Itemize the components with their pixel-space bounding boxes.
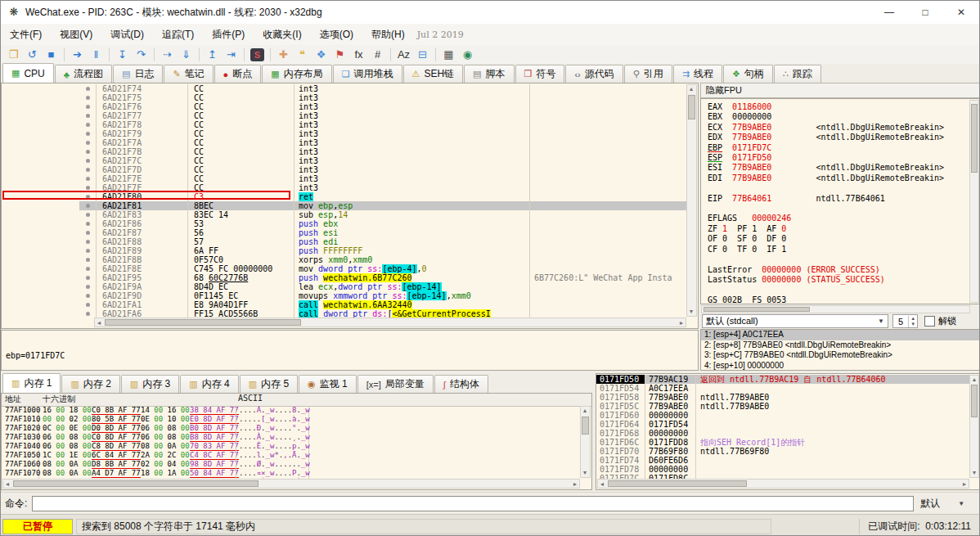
breakpoint-gutter[interactable] xyxy=(79,219,97,228)
stack-row[interactable]: 0171FD74D60FE6D6 xyxy=(596,456,969,465)
arg-count-stepper[interactable]: 5 ▲▼ xyxy=(892,314,918,328)
disasm-row[interactable]: 6AD21F79CCint3 xyxy=(79,129,686,138)
register-line[interactable] xyxy=(708,254,969,264)
memory-row[interactable]: 77AF103006 00 08 00C0 8D AF 7706 00 08 0… xyxy=(2,433,580,442)
stack-row[interactable]: 0171FD54A0C17EEA xyxy=(596,384,969,393)
register-line[interactable]: EBP 0171FD7C xyxy=(708,143,969,153)
stack-row[interactable]: 0171FD5077B9AC19返回到 ntdll.77B9AC19 自 ntd… xyxy=(596,375,969,384)
stop-icon[interactable]: ■ xyxy=(43,47,60,62)
breakpoint-gutter[interactable] xyxy=(79,183,97,192)
tab-句柄[interactable]: ❖句柄 xyxy=(723,65,773,83)
detach-icon[interactable]: ⊟ xyxy=(414,47,431,62)
disasm-row[interactable]: 6AD21F7ECCint3 xyxy=(79,174,686,183)
register-line[interactable]: EFLAGS 00000246 xyxy=(708,214,969,223)
disasm-row[interactable]: 6AD21F9A8D4D EClea ecx,dword ptr ss:[ebp… xyxy=(79,282,686,291)
maximize-button[interactable]: □ xyxy=(907,1,943,24)
hash-icon[interactable]: # xyxy=(369,47,386,62)
disasm-row[interactable]: 6AD21FA1E8 9A04D1FFcall wechatwin.6AA324… xyxy=(79,300,686,309)
disasm-row[interactable]: 6AD21F75CCint3 xyxy=(79,93,686,102)
menu-item-p[interactable]: 插件(P) xyxy=(203,25,254,45)
labels-icon[interactable]: ❖ xyxy=(312,47,330,62)
stack-hscrollbar[interactable]: ◂ ▸ xyxy=(597,479,969,489)
disasm-row[interactable]: 6AD21F80C3ret xyxy=(79,192,686,201)
patches-icon[interactable]: ✚ xyxy=(275,47,292,62)
tab-日志[interactable]: ▤日志 xyxy=(113,65,163,83)
breakpoint-gutter[interactable] xyxy=(79,210,97,219)
tab-脚本[interactable]: ▤脚本 xyxy=(464,65,514,83)
disasm-row[interactable]: 6AD21F9568 60C2776Bpush wechatwin.6B77C2… xyxy=(79,273,686,282)
stepper-up-icon[interactable]: ▲ xyxy=(909,316,917,322)
tab-内存-2[interactable]: ▥内存 2 xyxy=(61,375,119,393)
register-line[interactable]: LastError 00000000 (ERROR_SUCCESS) xyxy=(708,265,969,275)
command-profile-combo[interactable]: 默认 ▼ xyxy=(920,497,964,511)
disasm-row[interactable]: 6AD21F8383EC 14sub esp,14 xyxy=(79,210,686,219)
step-into-icon[interactable]: ↧ xyxy=(114,47,131,62)
comments-icon[interactable]: ❝ xyxy=(294,47,311,62)
register-line[interactable] xyxy=(708,183,969,193)
tab-监视-1[interactable]: ◉监视 1 xyxy=(299,375,357,393)
call-argument-row[interactable]: 1: [esp+4] A0C17EEA xyxy=(701,330,980,340)
tab-笔记[interactable]: ✎笔记 xyxy=(164,65,213,83)
register-line[interactable]: ZF 1 PF 1 AF 0 xyxy=(708,224,969,234)
breakpoint-gutter[interactable] xyxy=(79,282,97,291)
breakpoint-gutter[interactable] xyxy=(79,300,97,309)
menu-item-i[interactable]: 收藏夹(I) xyxy=(254,25,310,45)
internet-icon[interactable]: ◉ xyxy=(459,47,476,62)
stack-row[interactable]: 0171FD7077B69F80ntdll.77B69F80 xyxy=(596,447,969,456)
scroll-up-arrow[interactable]: ▴ xyxy=(581,407,589,415)
strings-icon[interactable]: S xyxy=(250,48,264,61)
breakpoint-gutter[interactable] xyxy=(79,147,97,156)
stack-row[interactable]: 0171FD6000000000 xyxy=(596,411,969,420)
disasm-row[interactable]: 6AD21F8857push edi xyxy=(79,237,686,246)
register-line[interactable]: LastStatus 00000000 (STATUS_SUCCESS) xyxy=(708,275,969,285)
disasm-row[interactable]: 6AD21F8B0F57C0xorps xmm0,xmm0 xyxy=(79,255,686,264)
tab-跟踪[interactable]: ∴跟踪 xyxy=(774,65,821,83)
disasm-row[interactable]: 6AD21FA6FF15 ACD5566Bcall dword ptr ds:[… xyxy=(79,309,686,318)
disasm-row[interactable]: 6AD21F7CCCint3 xyxy=(79,156,686,165)
menu-item-f[interactable]: 文件(F) xyxy=(1,25,51,45)
unlock-checkbox[interactable]: 解锁 xyxy=(924,315,956,327)
memory-row[interactable]: 77AF10200C 00 0E 00D0 8D AF 7706 00 08 0… xyxy=(2,424,580,433)
breakpoint-gutter[interactable] xyxy=(79,165,97,174)
tab-符号[interactable]: ❒符号 xyxy=(515,65,565,83)
tab-cpu[interactable]: ▦CPU xyxy=(2,63,54,83)
tab-内存布局[interactable]: ▦内存布局 xyxy=(262,65,331,83)
register-line[interactable]: EAX 01186000 xyxy=(708,102,969,112)
disasm-row[interactable]: 6AD21F76CCint3 xyxy=(79,102,686,111)
animate-into-icon[interactable]: ⇢ xyxy=(159,47,176,62)
scroll-up-arrow[interactable]: ▴ xyxy=(687,85,695,93)
tab-流程图[interactable]: ♣流程图 xyxy=(55,65,112,83)
breakpoint-gutter[interactable] xyxy=(79,246,97,255)
checkbox-icon[interactable] xyxy=(924,316,935,327)
tab-内存-3[interactable]: ▥内存 3 xyxy=(121,375,179,393)
memory-hscrollbar[interactable]: ◂ ▸ xyxy=(2,479,580,489)
open-file-icon[interactable]: ❐ xyxy=(5,47,22,62)
scroll-right-arrow[interactable]: ▸ xyxy=(571,480,579,489)
disasm-row[interactable]: 6AD21F7DCCint3 xyxy=(79,165,686,174)
disasm-row[interactable]: 6AD21F78CCint3 xyxy=(79,120,686,129)
scroll-up-arrow[interactable]: ▴ xyxy=(970,376,978,384)
register-line[interactable]: ESP 0171FD50 xyxy=(708,153,969,163)
call-argument-row[interactable]: 2: [esp+8] 77B9ABE0 <ntdll.DbgUiRemoteBr… xyxy=(701,340,980,351)
register-line[interactable]: EIP 77B64061 ntdll.77B64061 xyxy=(708,194,969,204)
scroll-right-arrow[interactable]: ▸ xyxy=(960,480,969,489)
tab-内存-5[interactable]: ▥内存 5 xyxy=(240,375,298,393)
register-line[interactable]: ECX 77B9ABE0 <ntdll.DbgUiRemoteBreakin> xyxy=(708,123,969,133)
disasm-row[interactable]: 6AD21F9D0F1145 ECmovups xmmword ptr ss:[… xyxy=(79,291,686,300)
text-encoding-icon[interactable]: Az xyxy=(395,47,412,62)
breakpoint-gutter[interactable] xyxy=(79,201,97,210)
scroll-down-arrow[interactable]: ▾ xyxy=(687,308,695,316)
restart-icon[interactable]: ↺ xyxy=(24,47,41,62)
tab-内存-4[interactable]: ▥内存 4 xyxy=(180,375,238,393)
disasm-row[interactable]: 6AD21F7BCCint3 xyxy=(79,147,686,156)
breakpoint-gutter[interactable] xyxy=(79,273,97,282)
run-icon[interactable]: ➔ xyxy=(69,47,86,62)
memory-row[interactable]: 77AF101000 00 02 0080 5B AF 770E 00 10 0… xyxy=(2,415,580,424)
tab-源代码[interactable]: ‹›源代码 xyxy=(565,65,623,83)
tab-局部变量[interactable]: [x=]局部变量 xyxy=(357,375,434,393)
disasm-row[interactable]: 6AD21F7ACCint3 xyxy=(79,138,686,147)
tab-结构体[interactable]: ∫结构体 xyxy=(434,375,488,393)
registers-vscrollbar[interactable] xyxy=(969,100,979,303)
register-line[interactable]: CF 0 TF 0 IF 1 xyxy=(708,245,969,254)
register-line[interactable] xyxy=(708,285,969,295)
